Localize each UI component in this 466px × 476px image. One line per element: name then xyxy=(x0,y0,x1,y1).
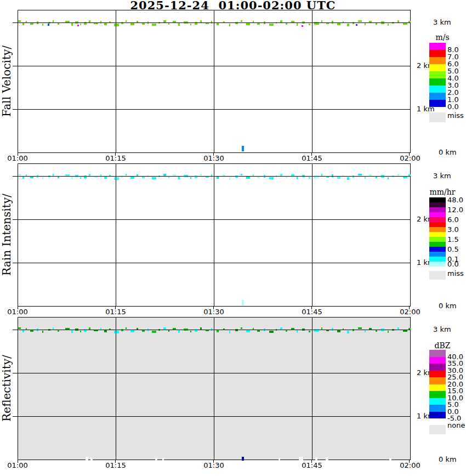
echo-band-segment xyxy=(190,177,191,179)
colorbar-segment xyxy=(429,43,446,50)
echo-band-segment xyxy=(71,177,73,179)
echo-band-segment xyxy=(142,177,145,178)
time-tick-label: 01:15 xyxy=(101,462,130,469)
colorbar-segment xyxy=(429,242,446,247)
y-axis-tick xyxy=(13,66,18,66)
echo-band-segment xyxy=(217,177,219,179)
colorbar-segment xyxy=(429,405,446,412)
data-mark xyxy=(389,458,391,460)
echo-band-segment xyxy=(178,23,180,26)
echo-band-segment xyxy=(388,24,389,26)
echo-band-segment xyxy=(217,23,219,25)
y-axis-tick xyxy=(13,176,18,177)
colorbar-title-fall-velocity: m/s xyxy=(428,33,457,42)
missing-swatch xyxy=(429,112,446,122)
colorbar-segment xyxy=(429,100,446,107)
echo-band-segment xyxy=(152,331,156,333)
echo-band-segment xyxy=(309,24,310,25)
echo-band-segment xyxy=(114,24,119,26)
panel-fall-velocity xyxy=(18,10,411,153)
echo-band-segment xyxy=(18,327,21,329)
data-mark xyxy=(90,457,93,460)
colorbar-segment xyxy=(429,57,446,64)
echo-band-segment xyxy=(297,177,298,179)
echo-band-segment xyxy=(347,24,349,26)
echo-band-segment xyxy=(229,24,230,26)
time-tick-label: 02:00 xyxy=(396,155,424,162)
grid-line-vertical xyxy=(312,164,312,306)
missing-swatch xyxy=(429,271,446,280)
echo-band-segment xyxy=(104,330,107,332)
echo-band-segment xyxy=(309,177,310,179)
echo-band-segment xyxy=(388,331,389,333)
colorbar-label: 6.0 xyxy=(447,216,459,224)
echo-band-segment xyxy=(142,23,145,25)
echo-band-segment xyxy=(376,330,377,332)
echo-band-segment xyxy=(269,24,274,26)
colorbar-segment xyxy=(429,257,446,262)
echo-band-segment xyxy=(30,23,33,25)
colorbar-label: 0.0 xyxy=(447,103,459,111)
time-tick-label: 01:30 xyxy=(200,308,228,316)
colorbar-segment xyxy=(429,197,446,202)
echo-band-segment xyxy=(18,174,21,175)
missing-swatch xyxy=(429,425,446,434)
data-mark xyxy=(326,457,328,460)
echo-band-segment xyxy=(337,330,340,332)
echo-band-segment xyxy=(269,331,274,333)
echo-band-segment xyxy=(358,20,362,22)
y-axis-label-fall-velocity: Fall Velocity/ xyxy=(0,46,13,117)
echo-band-segment xyxy=(178,330,180,333)
colorbar-segment xyxy=(429,212,446,217)
colorbar-segment xyxy=(429,371,446,378)
panel-rain-intensity xyxy=(18,163,411,307)
colorbar-segment xyxy=(429,237,446,242)
echo-band-segment xyxy=(229,177,230,180)
echo-band-segment xyxy=(347,331,349,333)
colorbar-segment xyxy=(429,262,446,267)
colorbar-segment xyxy=(429,232,446,237)
panel-reflectivity xyxy=(18,317,411,460)
colorbar-segment xyxy=(429,217,446,222)
height-tick-label: 0 km xyxy=(439,456,457,463)
data-mark xyxy=(356,24,357,26)
echo-band-segment xyxy=(126,174,127,175)
echo-band-segment xyxy=(114,177,119,180)
echo-band-segment xyxy=(71,330,73,333)
echo-band-segment xyxy=(114,331,119,333)
colorbar-title-rain-intensity: mm/hr xyxy=(428,188,457,196)
y-axis-tick xyxy=(13,263,18,263)
echo-band-segment xyxy=(80,24,81,25)
colorbar-segment xyxy=(429,71,446,78)
data-mark xyxy=(242,457,244,461)
echo-band-segment xyxy=(126,20,127,22)
echo-band-segment xyxy=(257,177,260,178)
colorbar-segment xyxy=(429,222,446,227)
echo-band-segment xyxy=(297,330,298,333)
colorbar-segment xyxy=(429,357,446,364)
echo-band-segment xyxy=(388,177,389,179)
echo-band-segment xyxy=(297,23,298,26)
y-axis-tick xyxy=(13,22,18,23)
missing-label: miss xyxy=(447,270,464,277)
echo-band-segment xyxy=(152,24,156,26)
data-mark xyxy=(299,457,303,460)
time-tick-label: 02:00 xyxy=(396,462,424,469)
echo-band-segment xyxy=(104,177,107,179)
echo-band-segment xyxy=(190,24,191,25)
colorbar-label: 48.0 xyxy=(447,196,463,204)
height-tick-label: 3 km xyxy=(433,19,451,26)
data-mark xyxy=(302,25,303,27)
mrr-time-height-plot: 2025-12-24 01:00-02:00 UTC Fall Velocity… xyxy=(0,0,466,476)
echo-band-segment xyxy=(241,20,242,22)
echo-band-segment xyxy=(126,327,127,329)
colorbar-segment xyxy=(429,227,446,232)
echo-band-segment xyxy=(376,23,377,25)
echo-band-segment xyxy=(257,23,260,25)
echo-band-segment xyxy=(42,331,43,333)
height-tick-label: 3 km xyxy=(433,326,451,333)
missing-label: miss xyxy=(447,112,464,120)
grid-line-vertical xyxy=(116,318,116,460)
y-axis-tick xyxy=(13,416,18,417)
missing-label: none xyxy=(447,422,465,429)
